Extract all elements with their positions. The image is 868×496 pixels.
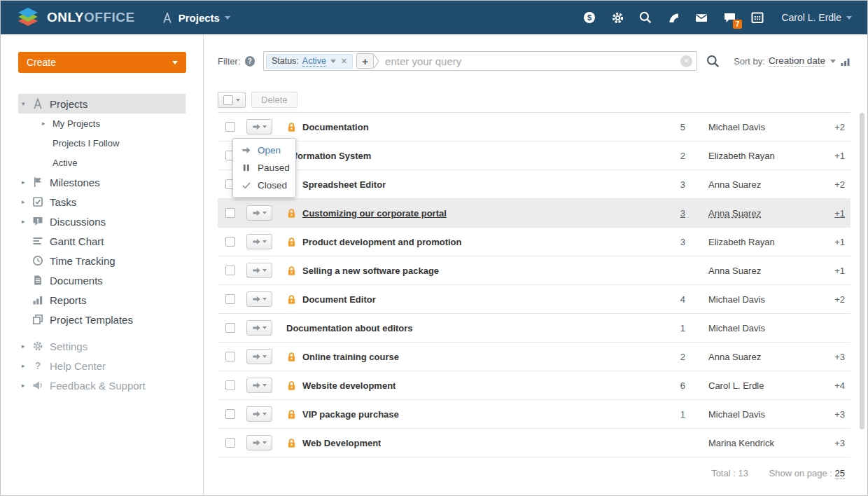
row-status-button[interactable]	[246, 406, 272, 422]
project-title-link[interactable]: Document Editor	[302, 294, 376, 305]
chat-icon[interactable]: 7	[715, 1, 743, 34]
row-checkbox[interactable]	[225, 323, 235, 333]
team-members-extra-link[interactable]: +1	[813, 266, 845, 276]
open-tasks-count[interactable]: 3	[650, 179, 685, 190]
project-manager-link[interactable]: Anna Suarez	[708, 266, 813, 276]
row-checkbox[interactable]	[225, 294, 235, 304]
filter-help-icon[interactable]: ?	[245, 56, 255, 67]
project-title-link[interactable]: Spreadsheet Editor	[302, 179, 386, 190]
row-checkbox[interactable]	[225, 409, 235, 419]
sidebar-item[interactable]: ▸ Feedback & Support	[18, 376, 186, 395]
sidebar-item[interactable]: ▸ Settings	[18, 336, 186, 356]
open-tasks-count[interactable]: 4	[650, 294, 685, 305]
clear-filter-icon[interactable]: ✕	[680, 55, 692, 67]
delete-button[interactable]: Delete	[251, 92, 298, 108]
row-checkbox[interactable]	[225, 122, 235, 132]
row-checkbox[interactable]	[225, 266, 235, 275]
sidebar-item[interactable]: Gantt Chart	[18, 231, 186, 251]
row-status-button[interactable]	[246, 378, 272, 393]
row-status-button[interactable]	[246, 263, 272, 278]
sidebar-item[interactable]: ▸ Discussions	[18, 212, 186, 231]
row-checkbox[interactable]	[225, 352, 235, 361]
team-members-extra-link[interactable]: +3	[813, 409, 845, 420]
project-title-link[interactable]: Product development and promotion	[302, 237, 462, 247]
team-members-extra-link[interactable]: +2	[813, 179, 845, 190]
project-manager-link[interactable]: Anna Suarez	[708, 179, 813, 190]
search-icon[interactable]	[631, 1, 659, 34]
project-manager-link[interactable]: Elizabeth Rayan	[708, 151, 813, 161]
row-checkbox[interactable]	[225, 438, 235, 448]
row-status-button[interactable]	[246, 435, 272, 450]
project-manager-link[interactable]: Michael Davis	[708, 409, 813, 420]
open-tasks-count[interactable]: 1	[650, 323, 685, 333]
row-status-button[interactable]	[246, 349, 272, 364]
sidebar-item[interactable]: Reports	[18, 290, 186, 310]
sidebar-item[interactable]: ▸ My Projects	[18, 113, 186, 133]
project-title-link[interactable]: Customizing our corporate portal	[302, 208, 447, 219]
row-checkbox[interactable]	[225, 237, 235, 247]
project-title-link[interactable]: Selling a new software package	[302, 266, 439, 276]
sidebar-item[interactable]: ▸ Milestones	[18, 172, 186, 192]
calendar-icon[interactable]	[743, 1, 771, 34]
team-members-extra-link[interactable]: +1	[813, 237, 845, 247]
sort-direction-icon[interactable]	[841, 57, 850, 66]
project-title-link[interactable]: VIP package purchase	[302, 409, 399, 420]
project-manager-link[interactable]: Carol L. Erdle	[708, 380, 813, 391]
project-manager-link[interactable]: Anna Suarez	[708, 352, 813, 362]
project-manager-link[interactable]: Michael Davis	[708, 122, 813, 132]
payments-icon[interactable]: $	[575, 1, 603, 34]
project-manager-link[interactable]: Elizabeth Rayan	[708, 237, 813, 247]
row-status-button[interactable]	[246, 205, 272, 221]
project-title-link[interactable]: Web Development	[302, 438, 381, 448]
status-menu-item[interactable]: Paused	[233, 159, 295, 177]
project-manager-link[interactable]: Anna Suarez	[708, 208, 813, 219]
settings-icon[interactable]	[603, 1, 631, 34]
module-switcher[interactable]: Projects	[162, 12, 230, 24]
project-title-link[interactable]: Information System	[286, 151, 371, 161]
add-filter-button[interactable]: +	[356, 53, 374, 69]
open-tasks-count[interactable]: 3	[650, 237, 685, 247]
team-members-extra-link[interactable]: +3	[813, 438, 845, 448]
sidebar-item[interactable]: Time Tracking	[18, 251, 186, 270]
team-members-extra-link[interactable]: +3	[813, 352, 845, 362]
user-menu[interactable]: Carol L. Erdle	[781, 12, 852, 23]
status-menu-item[interactable]: Open	[233, 142, 295, 159]
row-checkbox[interactable]	[225, 208, 235, 218]
sidebar-item[interactable]: Active	[18, 153, 186, 172]
team-members-extra-link[interactable]: +4	[813, 380, 845, 391]
onlyoffice-logo[interactable]: ONLYOFFICE	[16, 6, 135, 29]
open-tasks-count[interactable]: 1	[650, 409, 685, 420]
project-title-link[interactable]: Website development	[302, 380, 396, 391]
search-query-input[interactable]	[385, 55, 680, 67]
chevron-down-icon[interactable]	[830, 60, 836, 63]
sidebar-item[interactable]: Projects I Follow	[18, 133, 186, 153]
create-button[interactable]: Create	[18, 52, 186, 73]
mail-icon[interactable]	[687, 1, 715, 34]
feed-icon[interactable]	[659, 1, 687, 34]
row-status-button[interactable]	[246, 291, 272, 307]
chevron-down-icon[interactable]	[330, 60, 336, 63]
row-status-button[interactable]	[246, 119, 272, 135]
vertical-scrollbar[interactable]	[860, 113, 864, 429]
open-tasks-count[interactable]: 5	[650, 122, 685, 132]
open-tasks-count[interactable]: 2	[650, 352, 685, 362]
open-tasks-count[interactable]: 3	[650, 208, 685, 219]
select-all-dropdown[interactable]	[218, 92, 246, 108]
sidebar-item[interactable]: ▸ Help Center	[18, 356, 186, 376]
page-size-selector[interactable]: 25	[835, 468, 845, 479]
sidebar-item[interactable]: Project Templates	[18, 310, 186, 329]
team-members-extra-link[interactable]: +2	[813, 294, 845, 305]
sidebar-item[interactable]: ▾ Projects	[18, 94, 186, 113]
team-members-extra-link[interactable]: +2	[813, 122, 845, 132]
team-members-extra-link[interactable]: +1	[813, 151, 845, 161]
project-manager-link[interactable]: Michael Davis	[708, 294, 813, 305]
row-status-button[interactable]	[246, 320, 272, 336]
project-title-link[interactable]: Online training course	[302, 352, 399, 362]
project-title-link[interactable]: Documentation about editors	[286, 323, 413, 333]
open-tasks-count[interactable]: 6	[650, 380, 685, 391]
remove-filter-icon[interactable]: ✕	[341, 57, 347, 66]
open-tasks-count[interactable]: 2	[650, 151, 685, 161]
sidebar-item[interactable]: ▸ Tasks	[18, 192, 186, 212]
project-manager-link[interactable]: Marina Kendrick	[708, 438, 813, 448]
select-all-checkbox[interactable]	[223, 95, 233, 105]
